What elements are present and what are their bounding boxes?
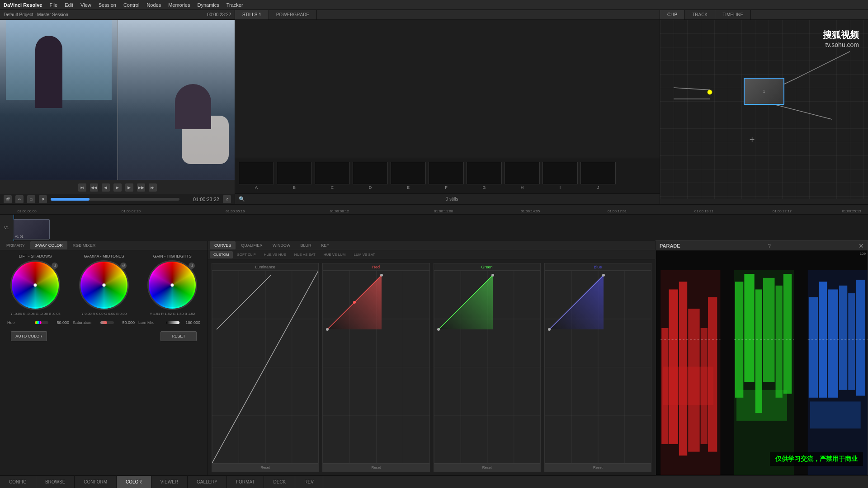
red-curve-box: Red [322,263,429,472]
search-icon: 🔍 [239,196,245,202]
menu-edit[interactable]: Edit [65,2,73,8]
parade-scale: 109 [860,251,866,475]
gamma-reset-icon[interactable]: ↺ [120,263,127,269]
tab-clip[interactable]: CLIP [660,10,685,19]
tab-blur[interactable]: BLUR [296,241,316,249]
main-layout: Default Project · Master Session 00:00:2… [0,10,868,488]
parade-close-icon[interactable]: ✕ [859,242,864,249]
subtab-lumvsat[interactable]: LUM VS SAT [350,251,379,258]
still-label-a: A [255,185,258,190]
next-frame-icon[interactable]: ⏭ [149,183,157,192]
auto-color-button[interactable]: AUTO COLOR [11,331,47,341]
prev-frame-icon[interactable]: ⏮ [78,183,86,192]
gain-color-wheel[interactable]: ↺ [147,260,197,310]
node-canvas[interactable]: 搜狐视频 tv.sohu.com [660,20,868,199]
still-thumb-i[interactable] [542,162,578,184]
still-thumb-f[interactable] [429,162,464,184]
reset-button[interactable]: RESET [160,331,197,341]
subtab-huevslum[interactable]: HUE VS LUM [320,251,349,258]
loop-icon[interactable]: ↺ [223,195,231,203]
still-thumb-d[interactable] [353,162,388,184]
rewind-icon[interactable]: ◀◀ [90,183,98,192]
parade-help-icon[interactable]: ? [768,243,771,249]
tab-gallery[interactable]: GALLERY [188,476,227,488]
still-thumb-h[interactable] [505,162,540,184]
tab-qualifier[interactable]: QUALIFIER [236,241,267,249]
lum-mix-slider[interactable] [166,321,179,324]
tab-timeline[interactable]: TIMELINE [715,10,751,19]
still-g: G [467,162,502,190]
still-thumb-c[interactable] [315,162,350,184]
playback-scrubber[interactable] [51,198,179,201]
tab-primary[interactable]: PRIMARY [2,241,29,249]
tab-powergrade[interactable]: POWERGRADE [269,10,317,19]
tab-window[interactable]: WINDOW [268,241,295,249]
menu-memories[interactable]: Memories [168,2,190,8]
still-thumb-e[interactable] [391,162,426,184]
svg-line-4 [674,88,710,90]
green-curve-canvas[interactable] [434,271,540,463]
tab-3way-color[interactable]: 3-WAY COLOR [30,241,67,249]
fast-forward-icon[interactable]: ▶▶ [137,183,145,192]
gamma-color-wheel[interactable]: ↺ [79,260,129,310]
subtab-huevsat[interactable]: HUE VS SAT [291,251,319,258]
tab-curves[interactable]: CURVES [210,241,236,249]
blue-curve-canvas[interactable] [545,271,651,463]
menu-tracker[interactable]: Tracker [226,2,243,8]
menu-control[interactable]: Control [123,2,139,8]
menu-nodes[interactable]: Nodes [146,2,161,8]
lum-reset-button[interactable]: Reset [212,463,318,471]
green-reset-button[interactable]: Reset [434,463,540,471]
still-thumb-j[interactable] [580,162,616,184]
tab-stills1[interactable]: STILLS 1 [235,10,269,19]
tab-browse[interactable]: BROWSE [36,476,75,488]
still-thumb-g[interactable] [467,162,502,184]
tab-viewer[interactable]: VIEWER [151,476,188,488]
still-thumb-a[interactable] [239,162,274,184]
lift-reset-icon[interactable]: ↺ [52,263,58,269]
red-reset-button[interactable]: Reset [323,463,429,471]
hue-slider[interactable] [35,321,48,324]
subtab-softclip[interactable]: SOFT CLIP [234,251,259,258]
step-back-icon[interactable]: ◀ [102,183,110,192]
subtab-custom[interactable]: CUSTOM [210,251,233,258]
lift-wheel-container: LIFT - SHADOWS ↺ Y -0.06 R -0.06 G -0.08… [10,254,61,316]
zoom-out-icon[interactable]: 🎬 [4,195,12,203]
flag-icon[interactable]: ⚑ [39,195,47,203]
curves-panel: CURVES QUALIFIER WINDOW BLUR KEY CUSTOM … [208,240,656,475]
tab-color[interactable]: COLOR [117,476,151,488]
tab-config[interactable]: CONFIG [0,476,36,488]
tab-conform[interactable]: CONFORM [75,476,117,488]
gain-reset-icon[interactable]: ↺ [189,263,195,269]
still-thumb-b[interactable] [277,162,312,184]
timeline-track-area: V1 V1-01 [0,215,868,241]
menu-view[interactable]: View [80,2,91,8]
tab-deck[interactable]: DECK [264,476,295,488]
tab-rev[interactable]: REV [295,476,323,488]
tab-track[interactable]: TRACK [685,10,715,19]
step-forward-icon[interactable]: ▶ [125,183,133,192]
view-icon[interactable]: □ [27,195,35,203]
menu-dynamics[interactable]: Dynamics [197,2,219,8]
node-tab-bar: CLIP TRACK TIMELINE [660,10,868,20]
tab-key[interactable]: KEY [316,241,334,249]
hue-slider-row: Hue 50.000 [7,320,69,325]
play-icon[interactable]: ▶ [113,183,122,192]
blue-reset-button[interactable]: Reset [545,463,651,471]
subtab-huevshue[interactable]: HUE VS HUE [260,251,290,258]
tab-format[interactable]: FORMAT [227,476,264,488]
node-scrollbar[interactable] [660,199,868,204]
red-curve-canvas[interactable] [323,271,429,463]
node-thumbnail[interactable]: 1 [744,78,784,105]
viewer-progress-bar: 🎬 ✏ □ ⚑ 01:00:23:22 ↺ [0,194,235,204]
menu-session[interactable]: Session [99,2,116,8]
saturation-slider[interactable] [100,321,114,324]
timeline-clip-1[interactable]: V1-01 [14,219,50,239]
lift-color-wheel[interactable]: ↺ [10,260,60,310]
edit-icon[interactable]: ✏ [15,195,24,203]
gain-label: GAIN - HIGHLIGHTS [153,254,192,258]
menu-file[interactable]: File [49,2,57,8]
lum-curve-canvas[interactable] [212,271,318,463]
tab-rgb-mixer[interactable]: RGB MIXER [68,241,100,249]
color-sliders: Hue 50.000 Saturation [4,319,204,327]
